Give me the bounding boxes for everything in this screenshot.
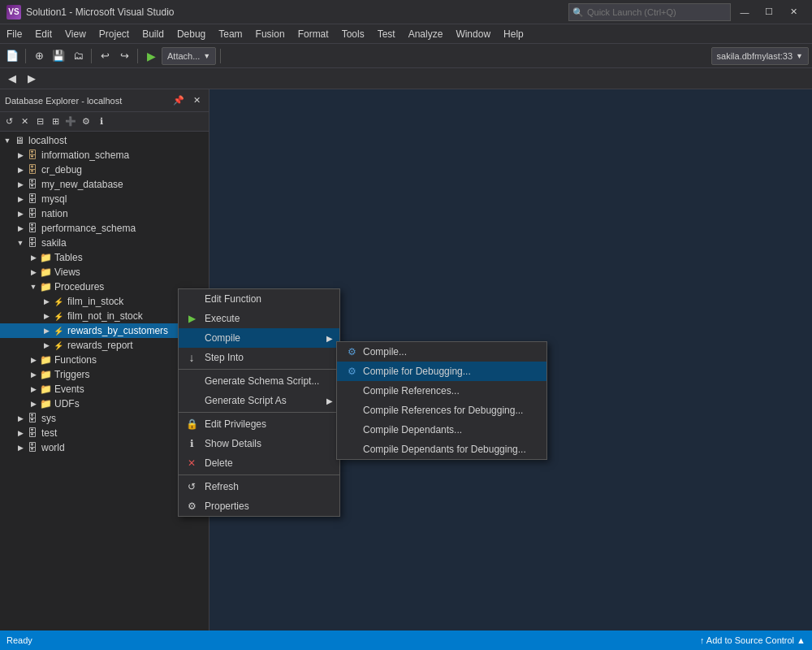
compile-icon [185,332,198,344]
ctx-generate-schema[interactable]: Generate Schema Script... [179,371,339,391]
compile-deps-debug-icon [345,443,358,456]
menu-item-view[interactable]: View [58,24,93,44]
tree-item-views[interactable]: ▶ 📁 Views [0,265,209,280]
ctx-show-details[interactable]: ℹ Show Details [179,434,339,453]
compile-submenu-debug[interactable]: ⚙ Compile for Debugging... [337,362,546,381]
ctx-execute[interactable]: ▶ Execute [179,309,339,328]
search-input[interactable] [587,7,727,17]
folder-icon: 📁 [39,280,52,293]
tree-item-cr_debug[interactable]: ▶ 🗄 cr_debug [0,162,209,177]
tree-item-performance_schema[interactable]: ▶ 🗄 performance_schema [0,221,209,236]
window-controls: — ☐ ✕ [732,0,806,24]
menu-item-window[interactable]: Window [449,24,497,44]
tree-label-tables: Tables [54,252,83,263]
tree-label-views: Views [54,266,80,278]
show-details-icon: ℹ [185,437,198,450]
compile-submenu-deps[interactable]: Compile Dependants... [337,420,546,440]
compile-submenu-arrow: ▶ [326,334,333,343]
filter-button[interactable]: ⊞ [48,115,63,129]
tree-label-rewards_by_customers: rewards_by_customers [67,325,168,336]
ctx-compile[interactable]: Compile ▶ [179,328,339,348]
close-panel-button[interactable]: ✕ [189,93,204,108]
tree-label-sakila: sakila [41,237,67,249]
menu-item-team[interactable]: Team [212,24,248,44]
add-button[interactable]: ⊕ [30,47,48,65]
collapse-all-button[interactable]: ⊟ [32,115,47,129]
remove-button[interactable]: ✕ [17,115,32,129]
menu-item-project[interactable]: Project [93,24,136,44]
ctx-generate-script-as[interactable]: Generate Script As ▶ [179,391,339,410]
save-all-button[interactable]: 🗂 [69,47,87,65]
execute-icon: ▶ [185,312,198,325]
pin-button[interactable]: 📌 [171,93,186,108]
compile-submenu-refs-debug[interactable]: Compile References for Debugging... [337,401,546,420]
compile-deps-debug-label: Compile Dependants for Debugging... [363,444,526,455]
menu-item-edit[interactable]: Edit [28,24,58,44]
menu-item-format[interactable]: Format [292,24,335,44]
db-icon: 🗄 [26,163,39,176]
back-button[interactable]: ◀ [3,70,21,88]
folder-icon: 📁 [39,397,52,410]
forward-button[interactable]: ▶ [23,70,41,88]
ctx-separator-3 [179,474,339,475]
menu-item-test[interactable]: Test [371,24,402,44]
save-button[interactable]: 💾 [50,47,67,65]
tree-item-tables[interactable]: ▶ 📁 Tables [0,250,209,265]
tree-label: mysql [41,193,67,205]
ctx-separator-1 [179,369,339,370]
attach-dropdown[interactable]: Attach... ▼ [162,47,216,65]
ctx-delete[interactable]: ✕ Delete [179,453,339,473]
toolbar-separator-4 [220,49,221,63]
menu-item-build[interactable]: Build [136,24,171,44]
ctx-edit-privileges[interactable]: 🔒 Edit Privileges [179,414,339,434]
folder-icon: 📁 [39,383,52,396]
folder-icon: 📁 [39,266,52,279]
tree-label-functions: Functions [54,354,97,366]
quick-launch-search[interactable]: 🔍 [568,3,731,21]
ctx-refresh[interactable]: ↺ Refresh [179,477,339,496]
expand-arrow: ▶ [41,340,52,351]
tree-item-localhost[interactable]: ▼ 🖥 localhost [0,133,209,148]
compile-submenu-refs[interactable]: Compile References... [337,381,546,401]
maximize-button[interactable]: ☐ [757,0,781,24]
tree-item-mysql[interactable]: ▶ 🗄 mysql [0,192,209,206]
expand-sakila: ▼ [15,237,26,249]
compile-submenu-deps-debug[interactable]: Compile Dependants for Debugging... [337,440,546,459]
add-connection-button[interactable]: ➕ [63,115,78,129]
minimize-button[interactable]: — [732,0,757,24]
compile-refs-label: Compile References... [363,385,460,396]
ctx-step-into[interactable]: ↓ Step Into [179,348,339,367]
ctx-properties[interactable]: ⚙ Properties [179,496,339,516]
new-file-button[interactable]: 📄 [3,47,21,65]
close-button[interactable]: ✕ [781,0,806,24]
menu-item-tools[interactable]: Tools [335,24,371,44]
tree-item-information_schema[interactable]: ▶ 🗄 information_schema [0,148,209,162]
edit-function-icon [185,292,198,306]
start-button[interactable]: ▶ [142,47,160,65]
redo-button[interactable]: ↪ [115,47,133,65]
compile-submenu-compile[interactable]: ⚙ Compile... [337,342,546,362]
settings-button[interactable]: ⚙ [79,115,93,129]
ctx-edit-function[interactable]: Edit Function [179,289,339,309]
app-icon: VS [6,5,21,20]
menu-item-debug[interactable]: Debug [171,24,212,44]
menu-item-analyze[interactable]: Analyze [402,24,450,44]
refresh-tree-button[interactable]: ↺ [2,115,16,129]
expand-arrow: ▶ [15,442,26,453]
tree-item-sakila[interactable]: ▼ 🗄 sakila [0,236,209,250]
status-bar: Ready ↑ Add to Source Control ▲ [0,630,812,650]
tree-item-my_new_database[interactable]: ▶ 🗄 my_new_database [0,177,209,192]
info-button[interactable]: ℹ [94,115,109,129]
menu-item-file[interactable]: File [0,24,28,44]
undo-button[interactable]: ↩ [96,47,114,65]
menu-item-help[interactable]: Help [497,24,530,44]
connection-dropdown[interactable]: sakila.dbfmylast:33 ▼ [711,47,809,65]
tree-label-film_in_stock: film_in_stock [67,296,123,307]
expand-arrow: ▶ [41,310,52,322]
tree-item-nation[interactable]: ▶ 🗄 nation [0,206,209,221]
menu-item-fusion[interactable]: Fusion [249,24,292,44]
expand-arrow: ▶ [15,179,26,190]
expand-arrow: ▶ [15,427,26,439]
tree-label-udfs: UDFs [54,398,80,410]
search-icon: 🔍 [572,7,584,18]
